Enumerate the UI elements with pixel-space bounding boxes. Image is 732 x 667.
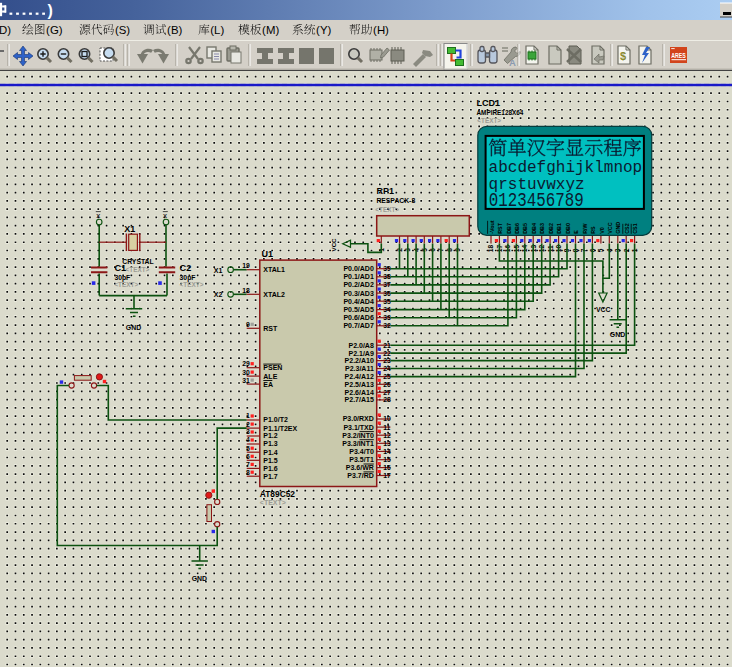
svg-text:1: 1 xyxy=(246,412,250,419)
svg-text:32: 32 xyxy=(383,322,391,329)
svg-text:DB5: DB5 xyxy=(522,223,528,234)
svg-text:12: 12 xyxy=(383,432,391,439)
svg-text:P1.7: P1.7 xyxy=(263,473,278,480)
svg-text:CRYSTAL: CRYSTAL xyxy=(122,258,153,265)
svg-text:7: 7 xyxy=(246,461,250,468)
svg-text:21: 21 xyxy=(383,342,391,349)
svg-text:P0.7/AD7: P0.7/AD7 xyxy=(343,322,373,329)
svg-text:X: X xyxy=(163,213,167,219)
svg-text:-Vout: -Vout xyxy=(489,220,495,234)
svg-text:<TEXT>: <TEXT> xyxy=(126,266,150,273)
svg-text:P3.2/INT0: P3.2/INT0 xyxy=(342,432,374,439)
svg-text:GND: GND xyxy=(615,222,621,234)
svg-text:DB7: DB7 xyxy=(506,223,512,234)
svg-text:25: 25 xyxy=(383,373,391,380)
svg-text:9: 9 xyxy=(246,321,250,328)
svg-text:C2: C2 xyxy=(180,263,192,273)
svg-text:D): D) xyxy=(0,24,11,36)
svg-text:P0.1/AD1: P0.1/AD1 xyxy=(343,273,373,280)
svg-text:P2.3/A11: P2.3/A11 xyxy=(345,365,374,372)
svg-text:X1: X1 xyxy=(124,224,135,234)
svg-text:(L): (L) xyxy=(210,24,224,36)
svg-text:P3.7/RD: P3.7/RD xyxy=(347,472,373,479)
svg-text:P2.2/A10: P2.2/A10 xyxy=(345,357,374,364)
svg-text:(H): (H) xyxy=(373,24,389,36)
svg-text:P3.4/T0: P3.4/T0 xyxy=(349,448,374,455)
svg-text:VCC: VCC xyxy=(607,222,613,233)
svg-text:P2.5/A13: P2.5/A13 xyxy=(345,381,374,388)
svg-text:28: 28 xyxy=(383,396,391,403)
svg-text:EA: EA xyxy=(263,381,273,388)
svg-text:abcdefghijklmnop: abcdefghijklmnop xyxy=(489,159,643,177)
svg-text:P0.6/AD6: P0.6/AD6 xyxy=(343,314,373,321)
svg-text:33: 33 xyxy=(383,314,391,321)
svg-text:P0.5/AD5: P0.5/AD5 xyxy=(343,306,373,313)
svg-text:0123456789: 0123456789 xyxy=(489,189,584,212)
svg-text:RESPACK-8: RESPACK-8 xyxy=(376,197,415,204)
svg-text:DB0: DB0 xyxy=(565,223,571,234)
svg-text:16: 16 xyxy=(383,464,391,471)
svg-text:XTAL2: XTAL2 xyxy=(263,291,285,298)
svg-text:R/W: R/W xyxy=(582,222,588,233)
svg-text:VCC: VCC xyxy=(596,306,611,313)
svg-text:36: 36 xyxy=(383,290,391,297)
svg-text:GND: GND xyxy=(126,324,141,331)
svg-text:22: 22 xyxy=(383,350,391,357)
svg-text:<TEXT>: <TEXT> xyxy=(114,281,138,288)
svg-text:X1: X1 xyxy=(214,267,223,274)
svg-text:P0.2/AD2: P0.2/AD2 xyxy=(343,281,373,288)
svg-text:30: 30 xyxy=(242,369,250,376)
svg-text:P3.0/RXD: P3.0/RXD xyxy=(343,415,374,422)
svg-text:8: 8 xyxy=(246,469,250,476)
svg-text:CS2: CS2 xyxy=(624,223,630,234)
svg-text:4: 4 xyxy=(246,436,250,443)
svg-text:34: 34 xyxy=(383,306,391,313)
svg-text:V0: V0 xyxy=(599,227,605,234)
svg-text:17: 17 xyxy=(383,472,391,479)
svg-text:RS: RS xyxy=(590,226,596,234)
svg-text:P1.6: P1.6 xyxy=(263,465,278,472)
svg-text:(Y): (Y) xyxy=(316,24,331,36)
svg-text:XTAL1: XTAL1 xyxy=(263,266,285,273)
svg-text:RST: RST xyxy=(263,325,278,332)
svg-text:P3.5/T1: P3.5/T1 xyxy=(349,456,374,463)
svg-text:DB6: DB6 xyxy=(514,223,520,234)
svg-text:18: 18 xyxy=(242,287,250,294)
svg-text:P3.1/TXD: P3.1/TXD xyxy=(343,424,373,431)
svg-text:<TEXT>: <TEXT> xyxy=(375,206,399,213)
svg-text:(M): (M) xyxy=(262,24,279,36)
svg-text:P2.0/A8: P2.0/A8 xyxy=(349,342,374,349)
svg-text:DB2: DB2 xyxy=(548,223,554,234)
svg-text:$: $ xyxy=(620,50,626,62)
svg-text:5: 5 xyxy=(246,445,250,452)
svg-text:U1: U1 xyxy=(262,249,274,259)
svg-text:5: 5 xyxy=(597,248,604,252)
svg-text:P1.2: P1.2 xyxy=(263,432,278,439)
svg-text:X: X xyxy=(96,213,100,219)
svg-text:39: 39 xyxy=(383,265,391,272)
svg-text:P2.6/A14: P2.6/A14 xyxy=(345,389,374,396)
svg-text:P1.5: P1.5 xyxy=(263,457,278,464)
svg-text:GND: GND xyxy=(192,575,207,582)
svg-text:AMPIRE128X64: AMPIRE128X64 xyxy=(477,109,524,116)
svg-text:3: 3 xyxy=(246,428,250,435)
svg-text:<TEXT>: <TEXT> xyxy=(477,117,501,124)
svg-text:P1.3: P1.3 xyxy=(263,440,278,447)
svg-text:37: 37 xyxy=(383,281,391,288)
svg-text:P2.4/A12: P2.4/A12 xyxy=(345,373,374,380)
svg-text:31: 31 xyxy=(242,377,250,384)
svg-text:27: 27 xyxy=(383,389,391,396)
svg-text:13: 13 xyxy=(383,440,391,447)
svg-text:10: 10 xyxy=(383,415,391,422)
svg-text:E: E xyxy=(573,230,579,234)
svg-text:2: 2 xyxy=(246,421,250,428)
svg-text:DB1: DB1 xyxy=(556,223,562,234)
svg-text:P1.4: P1.4 xyxy=(263,449,278,456)
svg-text:ALE: ALE xyxy=(263,373,277,380)
svg-text:P0.0/AD0: P0.0/AD0 xyxy=(343,265,373,272)
svg-text:29: 29 xyxy=(242,360,250,367)
svg-text:P0.4/AD4: P0.4/AD4 xyxy=(343,298,373,305)
svg-text:19: 19 xyxy=(242,262,250,269)
svg-text:18: 18 xyxy=(487,245,494,253)
svg-text:RST: RST xyxy=(497,222,503,233)
